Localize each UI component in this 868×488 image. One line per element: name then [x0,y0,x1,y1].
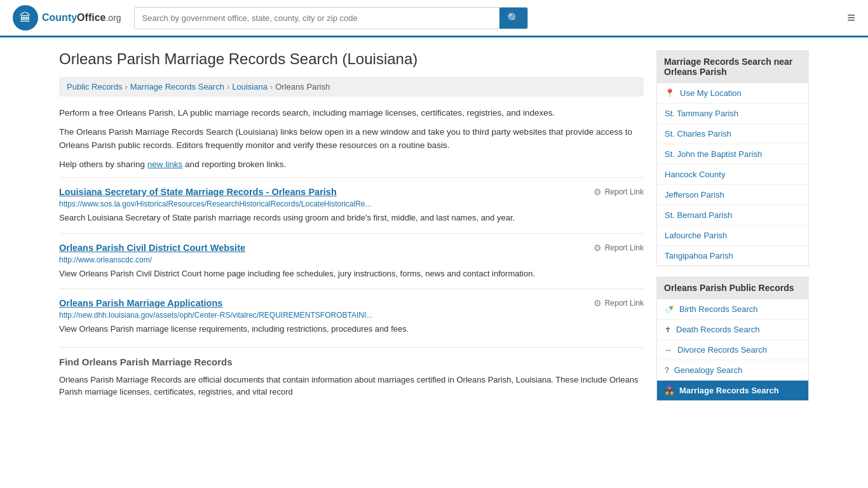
report-icon-1: ⚙ [593,187,602,197]
use-my-location-link[interactable]: Use My Location [680,88,742,98]
description-3: Help others by sharing new links and rep… [59,158,644,171]
record-title-1[interactable]: Louisiana Secretary of State Marriage Re… [59,187,337,197]
report-link-2[interactable]: ⚙ Report Link [593,243,644,253]
logo-link[interactable]: 🏛 CountyOffice.org [13,5,121,30]
description-1: Perform a free Orleans Parish, LA public… [59,107,644,119]
page-title: Orleans Parish Marriage Records Search (… [59,50,644,68]
nearby-lafourche: Lafourche Parish [657,226,808,246]
report-link-3[interactable]: ⚙ Report Link [593,298,644,308]
logo-office: Office [77,12,105,23]
record-url-3: http://new.dhh.louisiana.gov/assets/oph/… [59,311,644,320]
divorce-records-item: ↔ Divorce Records Search [657,340,808,360]
record-header-1: Louisiana Secretary of State Marriage Re… [59,187,644,197]
marriage-icon: 💑 [665,386,674,395]
record-header-3: Orleans Parish Marriage Applications ⚙ R… [59,298,644,308]
st-charles-link[interactable]: St. Charles Parish [665,129,731,139]
marriage-records-link[interactable]: Marriage Records Search [679,386,779,395]
death-icon: ✝ [665,325,671,334]
record-title-3[interactable]: Orleans Parish Marriage Applications [59,298,222,308]
record-item-2: Orleans Parish Civil District Court Webs… [59,233,644,289]
record-desc-2: View Orleans Parish Civil District Court… [59,268,644,280]
genealogy-item: ? Genealogy Search [657,360,808,381]
nearby-st-john: St. John the Baptist Parish [657,144,808,165]
nearby-section: Marriage Records Search near Orleans Par… [656,50,809,266]
lafourche-link[interactable]: Lafourche Parish [665,231,727,240]
nearby-use-location[interactable]: 📍 Use My Location [657,83,808,104]
report-icon-3: ⚙ [593,298,602,308]
st-bernard-link[interactable]: St. Bernard Parish [665,210,732,220]
record-url-2: http://www.orleanscdc.com/ [59,255,644,264]
birth-icon: 🍼 [665,305,674,314]
breadcrumb-louisiana[interactable]: Louisiana [232,82,268,92]
divorce-icon: ↔ [665,346,672,355]
death-records-item: ✝ Death Records Search [657,320,808,340]
report-link-1[interactable]: ⚙ Report Link [593,187,644,197]
find-title: Find Orleans Parish Marriage Records [59,356,644,367]
nearby-links: 📍 Use My Location St. Tammany Parish St.… [656,83,809,266]
record-header-2: Orleans Parish Civil District Court Webs… [59,243,644,253]
description-2: The Orleans Parish Marriage Records Sear… [59,126,644,152]
record-item-3: Orleans Parish Marriage Applications ⚙ R… [59,288,644,344]
search-bar: 🔍 [134,7,528,29]
nearby-section-header: Marriage Records Search near Orleans Par… [656,50,809,83]
record-title-2[interactable]: Orleans Parish Civil District Court Webs… [59,243,245,253]
death-records-link[interactable]: Death Records Search [676,325,760,334]
nearby-tangipahoa: Tangipahoa Parish [657,246,808,266]
page-container: Orleans Parish Marriage Records Search (… [46,37,822,424]
breadcrumb-sep-1: › [125,82,127,92]
search-input[interactable] [135,8,499,29]
logo-domain: .org [105,13,121,23]
record-item-1: Louisiana Secretary of State Marriage Re… [59,177,644,233]
breadcrumb-marriage-records[interactable]: Marriage Records Search [130,82,224,92]
site-header: 🏛 CountyOffice.org 🔍 ≡ [0,0,868,37]
st-john-link[interactable]: St. John the Baptist Parish [665,149,762,159]
sidebar: Marriage Records Search near Orleans Par… [656,50,809,411]
nearby-jefferson: Jefferson Parish [657,185,808,205]
nearby-st-tammany: St. Tammany Parish [657,104,808,124]
nearby-hancock: Hancock County [657,165,808,185]
find-desc: Orleans Parish Marriage Records are offi… [59,374,644,398]
breadcrumb: Public Records › Marriage Records Search… [59,77,644,97]
logo-text: CountyOffice.org [42,12,121,24]
find-section: Find Orleans Parish Marriage Records Orl… [59,347,644,398]
breadcrumb-public-records[interactable]: Public Records [67,82,122,92]
menu-icon[interactable]: ≡ [847,10,855,26]
genealogy-icon: ? [665,366,669,375]
report-icon-2: ⚙ [593,243,602,253]
public-records-header: Orleans Parish Public Records [656,276,809,299]
hancock-link[interactable]: Hancock County [665,170,725,179]
public-records-section: Orleans Parish Public Records 🍼 Birth Re… [656,276,809,401]
public-records-links: 🍼 Birth Records Search ✝ Death Records S… [656,299,809,401]
breadcrumb-sep-3: › [270,82,273,92]
nearby-st-charles: St. Charles Parish [657,124,808,144]
record-url-1: https://www.sos.la.gov/HistoricalResourc… [59,200,644,208]
record-desc-1: Search Louisiana Secretary of State pari… [59,212,644,224]
divorce-records-link[interactable]: Divorce Records Search [677,345,767,355]
nearby-st-bernard: St. Bernard Parish [657,205,808,226]
st-tammany-link[interactable]: St. Tammany Parish [665,109,738,118]
breadcrumb-sep-2: › [227,82,229,92]
breadcrumb-current: Orleans Parish [275,82,330,92]
location-icon: 📍 [665,88,675,98]
main-content: Orleans Parish Marriage Records Search (… [59,50,644,411]
new-links-link[interactable]: new links [147,159,183,169]
genealogy-link[interactable]: Genealogy Search [674,365,743,375]
logo-icon: 🏛 [13,5,38,30]
marriage-records-item: 💑 Marriage Records Search [657,381,808,400]
birth-records-link[interactable]: Birth Records Search [679,304,758,314]
search-button[interactable]: 🔍 [499,8,527,29]
record-desc-3: View Orleans Parish marriage license req… [59,323,644,336]
tangipahoa-link[interactable]: Tangipahoa Parish [665,251,733,261]
birth-records-item: 🍼 Birth Records Search [657,299,808,320]
jefferson-link[interactable]: Jefferson Parish [665,190,724,200]
